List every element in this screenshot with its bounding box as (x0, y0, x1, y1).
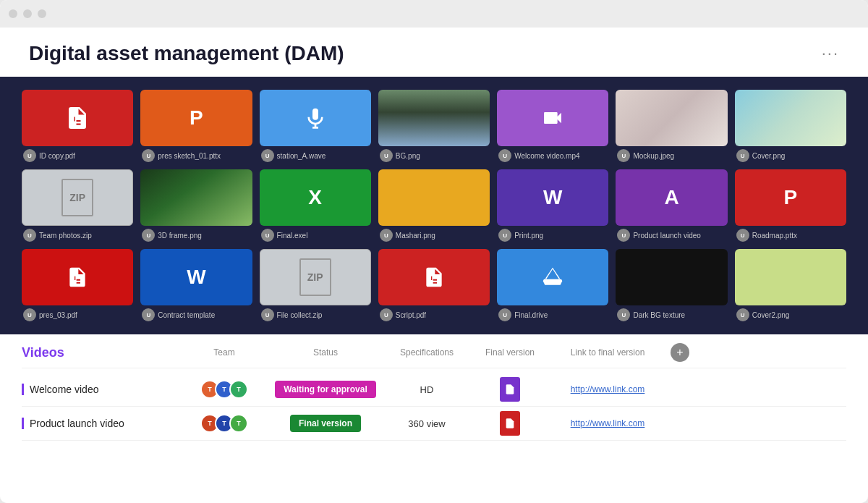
header: Digital asset management (DAM) ··· (0, 28, 868, 77)
bottom-section: Videos Team Status Specifications Final … (0, 334, 868, 503)
avatar: U (142, 229, 155, 242)
asset-meta: U File collect.zip (260, 308, 371, 321)
asset-card[interactable]: U Mashari.png (378, 169, 490, 242)
asset-name: Print.png (514, 232, 543, 240)
avatar: U (736, 229, 749, 242)
col-header-final: Final version (470, 347, 550, 358)
asset-card[interactable]: U BG.png (378, 90, 490, 162)
asset-card[interactable]: A U Product launch video (616, 169, 727, 242)
avatar: U (142, 149, 155, 162)
asset-meta: U Cover.png (735, 149, 846, 162)
asset-thumbnail: X (260, 169, 371, 226)
videos-section-title: Videos (22, 345, 181, 360)
row-title: Product launch video (22, 418, 181, 429)
asset-meta: U BG.png (378, 149, 490, 162)
asset-meta: U pres_03.pdf (22, 308, 133, 321)
avatar: U (617, 308, 630, 321)
asset-thumbnail (260, 90, 371, 146)
asset-card[interactable]: U pres_03.pdf (22, 249, 133, 321)
col-header-team: Team (181, 347, 268, 358)
asset-card[interactable]: U Final.drive (497, 249, 608, 321)
page-title: Digital asset management (DAM) (29, 42, 344, 65)
asset-meta: U Roadmap.pttx (735, 229, 846, 242)
asset-meta: U ID copy.pdf (22, 149, 133, 162)
avatar: U (23, 149, 36, 162)
avatar: T (229, 414, 248, 433)
asset-thumbnail (616, 249, 727, 305)
avatar: U (23, 308, 36, 321)
asset-meta: U Cover2.png (735, 308, 846, 321)
asset-card[interactable]: U station_A.wave (260, 90, 371, 162)
row-final-version (470, 411, 550, 436)
asset-meta: U pres sketch_01.pttx (140, 149, 252, 162)
avatar: U (261, 229, 274, 242)
asset-card[interactable]: P U pres sketch_01.pttx (140, 90, 252, 162)
avatar: U (498, 308, 511, 321)
asset-card[interactable]: ZIP U File collect.zip (260, 249, 371, 321)
asset-card[interactable]: ZIP U Team photos.zip (22, 169, 133, 242)
avatar: U (261, 308, 274, 321)
avatar: U (380, 149, 393, 162)
avatar: U (617, 229, 630, 242)
avatar: T (229, 380, 248, 399)
asset-thumbnail: A (616, 169, 727, 226)
asset-thumbnail: ZIP (260, 249, 371, 305)
asset-card[interactable]: X U Final.exel (260, 169, 371, 242)
minimize-dot[interactable] (23, 9, 32, 18)
asset-card[interactable]: U ID copy.pdf (22, 90, 133, 162)
asset-name: pres_03.pdf (39, 311, 77, 319)
file-icon (500, 377, 520, 402)
asset-card[interactable]: U 3D frame.png (140, 169, 252, 242)
asset-thumbnail (616, 90, 727, 146)
avatar: U (736, 308, 749, 321)
asset-name: Contract template (158, 311, 215, 319)
avatar: U (736, 149, 749, 162)
asset-grid: U ID copy.pdf P U pres sketch_01.pttx U (22, 90, 846, 321)
row-specs: 360 view (383, 418, 470, 429)
row-link[interactable]: http://www.link.com (550, 418, 665, 428)
asset-thumbnail (497, 90, 608, 146)
asset-name: Dark BG texture (633, 311, 685, 319)
team-avatars: T T T (200, 414, 248, 433)
more-menu-button[interactable]: ··· (822, 44, 839, 63)
avatar: U (380, 229, 393, 242)
avatar: U (261, 149, 274, 162)
asset-meta: U Final.exel (260, 229, 371, 242)
asset-card[interactable]: U Cover.png (735, 90, 846, 162)
row-team: T T T (181, 414, 268, 433)
asset-name: ID copy.pdf (39, 152, 75, 160)
asset-card[interactable]: P U Roadmap.pttx (735, 169, 846, 242)
asset-meta: U Script.pdf (378, 308, 490, 321)
asset-name: Welcome video.mp4 (514, 152, 579, 160)
asset-name: Script.pdf (396, 311, 426, 319)
close-dot[interactable] (9, 9, 17, 18)
row-link[interactable]: http://www.link.com (550, 384, 665, 394)
app-window: Digital asset management (DAM) ··· U ID … (0, 0, 868, 503)
asset-card[interactable]: W U Print.png (497, 169, 608, 242)
avatar: U (23, 229, 36, 242)
team-avatars: T T T (200, 380, 248, 399)
asset-meta: U Team photos.zip (22, 229, 133, 242)
asset-thumbnail: P (735, 169, 846, 226)
maximize-dot[interactable] (38, 9, 46, 18)
asset-card[interactable]: U Script.pdf (378, 249, 490, 321)
asset-card[interactable]: U Mockup.jpeg (616, 90, 727, 162)
asset-thumbnail (22, 249, 133, 305)
asset-card[interactable]: U Welcome video.mp4 (497, 90, 608, 162)
asset-card[interactable]: U Dark BG texture (616, 249, 727, 321)
asset-name: Cover2.png (752, 311, 790, 319)
asset-meta: U Contract template (140, 308, 252, 321)
avatar: U (617, 149, 630, 162)
asset-thumbnail: ZIP (22, 169, 133, 226)
add-column-button[interactable]: + (671, 343, 689, 362)
asset-meta: U Print.png (497, 229, 608, 242)
col-header-status: Status (268, 347, 383, 358)
asset-meta: U station_A.wave (260, 149, 371, 162)
row-team: T T T (181, 380, 268, 399)
asset-thumbnail: W (140, 249, 252, 305)
asset-card[interactable]: W U Contract template (140, 249, 252, 321)
table-row: Product launch video T T T Final version… (22, 407, 846, 441)
asset-name: BG.png (396, 152, 420, 160)
asset-card[interactable]: U Cover2.png (735, 249, 846, 321)
asset-name: pres sketch_01.pttx (158, 152, 221, 160)
